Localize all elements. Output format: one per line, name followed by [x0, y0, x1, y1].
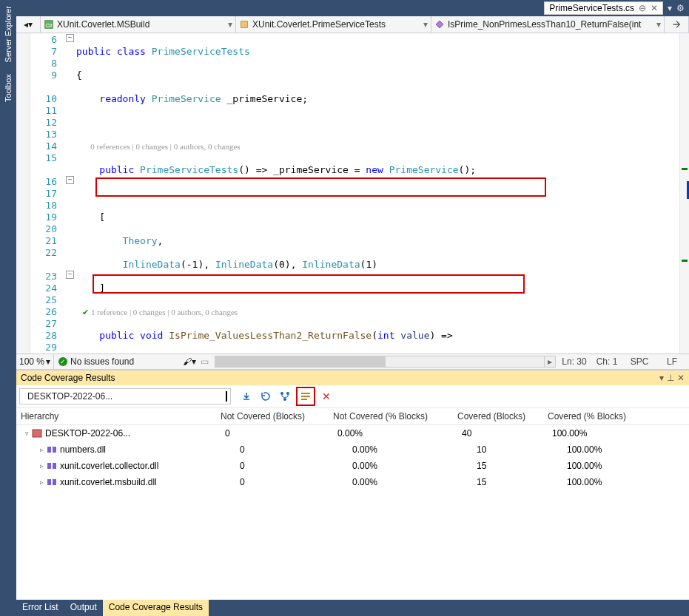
- active-files-dropdown-icon[interactable]: ▾: [668, 3, 672, 13]
- chevron-down-icon: ▾: [656, 19, 661, 30]
- coverage-row-name: DESKTOP-2022-06...: [45, 428, 130, 439]
- line-number: 28: [30, 330, 63, 342]
- col-notcovered-pct[interactable]: Not Covered (% Blocks): [329, 408, 453, 424]
- line-number: 23: [30, 271, 63, 282]
- eol-mode[interactable]: LF: [659, 356, 685, 367]
- line-number: 14: [30, 141, 63, 152]
- svg-rect-10: [33, 430, 41, 437]
- scroll-right-icon[interactable]: ▸: [544, 356, 555, 367]
- tab-code-coverage[interactable]: Code Coverage Results: [103, 600, 209, 616]
- chevron-down-icon: ▾: [228, 19, 232, 30]
- line-number: 22: [30, 247, 63, 259]
- svg-point-5: [286, 392, 289, 395]
- toolbox-tab[interactable]: Toolbox: [1, 68, 15, 108]
- nav-member-dropdown[interactable]: IsPrime_NonPrimesLessThan10_ReturnFalse(…: [431, 16, 665, 33]
- close-icon[interactable]: ✕: [677, 373, 685, 383]
- outlining-margin[interactable]: − − −: [63, 33, 76, 353]
- coverage-cell: 15: [472, 458, 562, 474]
- document-tab-primeservicetests[interactable]: PrimeServiceTests.cs ⊖ ✕: [544, 1, 663, 15]
- side-tool-tabs: Server Explorer Toolbox: [0, 0, 16, 616]
- line-number: 16: [30, 176, 63, 188]
- tab-error-list[interactable]: Error List: [16, 600, 64, 616]
- code-coverage-panel: Code Coverage Results ▾ ⊥ ✕ DESKTOP-2022…: [16, 369, 689, 600]
- line-number: 20: [30, 223, 63, 235]
- document-tab-label: PrimeServiceTests.cs: [549, 3, 634, 13]
- module-icon: [47, 478, 57, 487]
- close-icon[interactable]: ✕: [651, 3, 658, 13]
- gear-icon[interactable]: ⚙: [676, 3, 685, 13]
- horizontal-scrollbar[interactable]: ◂ ▸: [215, 356, 556, 368]
- show-coverage-coloring-button[interactable]: [296, 387, 315, 406]
- coverage-cell: 0.00%: [348, 441, 472, 458]
- coverage-cell: 0.00%: [348, 458, 472, 474]
- chevron-down-icon: ▾: [46, 356, 50, 367]
- coverage-results-dropdown[interactable]: DESKTOP-2022-06...: [19, 388, 231, 405]
- overview-ruler[interactable]: [679, 33, 689, 353]
- code-editor[interactable]: 6789101112131415161718192021222324252627…: [16, 33, 689, 353]
- coverage-row[interactable]: ▿DESKTOP-2022-06...00.00%40100.00%: [16, 425, 689, 441]
- col-covered-blocks[interactable]: Covered (Blocks): [453, 408, 543, 424]
- coverage-columns-header[interactable]: Hierarchy Not Covered (Blocks) Not Cover…: [16, 408, 689, 425]
- svg-rect-7: [301, 393, 310, 394]
- server-explorer-tab[interactable]: Server Explorer: [1, 0, 15, 68]
- col-hierarchy[interactable]: Hierarchy: [16, 408, 216, 424]
- split-view-button[interactable]: [665, 16, 689, 33]
- code-text[interactable]: public class PrimeServiceTests { readonl…: [76, 33, 679, 353]
- coverage-combo-label: DESKTOP-2022-06...: [27, 391, 112, 402]
- window-position-icon[interactable]: ▾: [659, 373, 664, 383]
- tab-output[interactable]: Output: [64, 600, 103, 616]
- outline-toggle[interactable]: −: [66, 271, 74, 279]
- coverage-row[interactable]: ▹xunit.coverlet.collector.dll00.00%15100…: [16, 458, 689, 474]
- panel-title-label: Code Coverage Results: [21, 373, 115, 383]
- expand-icon[interactable]: ▹: [40, 462, 44, 470]
- merge-icon: [279, 390, 291, 402]
- line-indicator[interactable]: Ln: 30: [562, 356, 587, 367]
- outline-toggle[interactable]: −: [66, 34, 74, 42]
- class-icon: [239, 19, 249, 30]
- line-number: 15: [30, 152, 63, 164]
- expand-icon[interactable]: ▹: [40, 478, 44, 486]
- zoom-selector[interactable]: 100 %▾: [16, 354, 54, 369]
- import-icon: [241, 390, 252, 402]
- nav-scope-dropdown[interactable]: C# XUnit.Coverlet.MSBuild ▾: [41, 16, 236, 33]
- line-number: 21: [30, 235, 63, 247]
- export-icon: [260, 390, 272, 402]
- autohide-icon[interactable]: ⊥: [667, 373, 674, 383]
- expand-icon[interactable]: ▿: [25, 430, 29, 437]
- indent-icon[interactable]: ▭: [201, 356, 209, 367]
- brush-icon[interactable]: 🖌▾: [183, 356, 196, 367]
- check-icon: ✓: [58, 357, 67, 366]
- line-number-gutter: 6789101112131415161718192021222324252627…: [30, 33, 63, 353]
- coverage-row[interactable]: ▹numbers.dll00.00%10100.00%: [16, 441, 689, 458]
- indent-mode[interactable]: SPC: [627, 356, 652, 367]
- col-covered-pct[interactable]: Covered (% Blocks): [543, 408, 689, 424]
- coverage-tree[interactable]: ▿DESKTOP-2022-06...00.00%40100.00%▹numbe…: [16, 425, 689, 600]
- outline-toggle[interactable]: −: [66, 176, 74, 184]
- error-indicator[interactable]: ✓No issues found: [54, 356, 138, 367]
- coverage-row-name: numbers.dll: [60, 444, 106, 455]
- line-number: 26: [30, 306, 63, 318]
- coverage-toolbar: DESKTOP-2022-06... ✕: [16, 385, 689, 408]
- line-number: 19: [30, 211, 63, 223]
- line-number: 17: [30, 188, 63, 200]
- line-number: 25: [30, 294, 63, 306]
- nav-history-back[interactable]: ◂▾: [16, 16, 41, 33]
- remove-button[interactable]: ✕: [318, 388, 335, 405]
- import-results-button[interactable]: [238, 388, 255, 405]
- svg-point-6: [283, 398, 286, 401]
- merge-results-button[interactable]: [277, 388, 293, 405]
- svg-rect-14: [53, 463, 56, 469]
- line-number: [30, 164, 63, 176]
- panel-titlebar-coverage[interactable]: Code Coverage Results ▾ ⊥ ✕: [16, 370, 689, 385]
- nav-class-dropdown[interactable]: XUnit.Coverlet.PrimeServiceTests ▾: [236, 16, 431, 33]
- expand-icon[interactable]: ▹: [40, 446, 44, 453]
- scrollbar-thumb[interactable]: [215, 356, 385, 367]
- export-results-button[interactable]: [258, 388, 274, 405]
- coverage-cell: 100.00%: [562, 441, 689, 458]
- col-notcovered-blocks[interactable]: Not Covered (Blocks): [216, 408, 329, 424]
- document-tab-well: PrimeServiceTests.cs ⊖ ✕ ▾ ⚙: [16, 0, 689, 16]
- pin-icon[interactable]: ⊖: [639, 3, 646, 13]
- coverage-row[interactable]: ▹xunit.coverlet.msbuild.dll00.00%15100.0…: [16, 474, 689, 490]
- coverage-cell: 0: [235, 474, 348, 490]
- char-indicator[interactable]: Ch: 1: [594, 356, 619, 367]
